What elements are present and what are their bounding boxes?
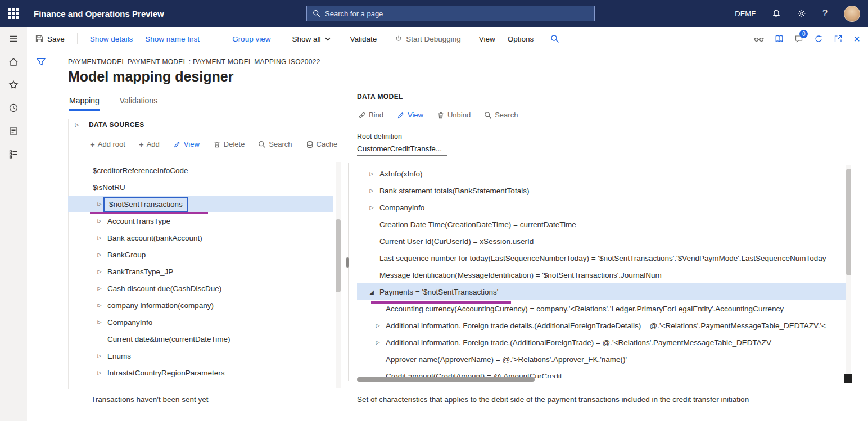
options-menu[interactable]: Options bbox=[508, 35, 534, 43]
company-picker[interactable]: DEMF bbox=[735, 10, 756, 18]
expander-collapsed-icon[interactable]: ▷ bbox=[93, 252, 106, 257]
tree-item[interactable]: Current date&time(currentDateTime) bbox=[68, 331, 333, 347]
expander-collapsed-icon[interactable]: ▷ bbox=[93, 370, 106, 375]
show-all-dropdown[interactable]: Show all bbox=[292, 35, 332, 43]
expander-collapsed-icon[interactable]: ▷ bbox=[93, 286, 106, 291]
action-bar: Save Show details Show name first Group … bbox=[27, 27, 868, 51]
expander-collapsed-icon[interactable]: ▷ bbox=[365, 171, 378, 176]
cache-button[interactable]: Cache bbox=[306, 140, 338, 148]
gear-icon[interactable] bbox=[797, 9, 806, 18]
worklist-icon[interactable] bbox=[0, 142, 27, 165]
expander-collapsed-icon[interactable]: ▷ bbox=[372, 339, 384, 345]
tree-item-selected[interactable]: ▷ $notSentTransactions bbox=[68, 196, 333, 212]
help-icon[interactable]: ? bbox=[822, 8, 828, 19]
scrollbar-thumb[interactable] bbox=[336, 219, 341, 292]
search-button[interactable]: Search bbox=[484, 111, 518, 119]
tree-item[interactable]: ▷ CompanyInfo bbox=[68, 314, 333, 331]
app-title[interactable]: Finance and Operations Preview bbox=[34, 9, 164, 19]
save-button[interactable]: Save bbox=[35, 34, 65, 43]
search-input[interactable] bbox=[325, 10, 589, 18]
tree-item-selected[interactable]: ◢ Payments = '$notSentTransactions' bbox=[357, 283, 849, 300]
recent-clock-icon[interactable] bbox=[0, 96, 27, 119]
tree-item[interactable]: Approver name(ApproverName) = @.'>Relati… bbox=[357, 351, 849, 368]
tab-mapping[interactable]: Mapping bbox=[69, 96, 100, 111]
link-icon bbox=[358, 111, 366, 119]
data-sources-title: DATA SOURCES bbox=[89, 121, 144, 129]
tree-item[interactable]: ▷ Bank statement totals(BankStatementTot… bbox=[357, 182, 849, 199]
tree-item[interactable]: Current User Id(CurUserId) = xSession.us… bbox=[357, 233, 849, 250]
messages-button[interactable]: 0 bbox=[794, 34, 803, 43]
tree-item[interactable]: ▷ AxInfo(xInfo) bbox=[357, 165, 849, 182]
show-details-button[interactable]: Show details bbox=[90, 35, 133, 43]
expander-collapsed-icon[interactable]: ▷ bbox=[93, 302, 106, 308]
expander-collapsed-icon[interactable]: ▷ bbox=[372, 323, 384, 328]
expander-collapsed-icon[interactable]: ▷ bbox=[93, 269, 106, 274]
tree-item[interactable]: ▷ BankGroup bbox=[68, 246, 333, 263]
tree-item[interactable]: ▷ company information(company) bbox=[68, 297, 333, 314]
action-bar-right-icons: 0 × bbox=[754, 33, 860, 44]
avatar[interactable] bbox=[844, 6, 860, 22]
tree-item[interactable]: $isNotRU bbox=[68, 179, 333, 196]
tree-item[interactable]: ▷ CompanyInfo bbox=[357, 199, 849, 216]
debug-icon bbox=[395, 35, 403, 43]
filter-icon[interactable] bbox=[36, 57, 46, 67]
glasses-icon[interactable] bbox=[754, 34, 764, 44]
start-debugging-button[interactable]: Start Debugging bbox=[395, 35, 461, 43]
expander-collapsed-icon[interactable]: ▷ bbox=[93, 235, 106, 241]
tree-item[interactable]: ▷ Bank account(bankAccount) bbox=[68, 229, 333, 246]
tree-item[interactable]: ▷ Additional information. Foreign trade.… bbox=[357, 334, 849, 351]
tree-item[interactable]: Credit amount(CreditAmount) = @.AmountCu… bbox=[357, 368, 849, 378]
top-navigation-bar: Finance and Operations Preview DEMF ? bbox=[0, 0, 868, 27]
tree-item[interactable]: ▷ Enums bbox=[68, 347, 333, 364]
tree-item[interactable]: Creation Date Time(CreationDateTime) = c… bbox=[357, 216, 849, 233]
expander-collapsed-icon[interactable]: ▷ bbox=[93, 319, 106, 325]
news-icon[interactable] bbox=[0, 119, 27, 142]
horizontal-scrollbar-thumb[interactable] bbox=[357, 377, 535, 382]
bind-button[interactable]: Bind bbox=[358, 111, 383, 119]
view-menu[interactable]: View bbox=[479, 35, 495, 43]
add-root-button[interactable]: + Add root bbox=[90, 140, 125, 148]
expander-expanded-icon[interactable]: ◢ bbox=[365, 289, 378, 295]
book-icon[interactable] bbox=[775, 34, 784, 43]
show-name-first-button[interactable]: Show name first bbox=[145, 35, 200, 43]
hamburger-menu-icon[interactable] bbox=[0, 27, 27, 50]
bell-icon[interactable] bbox=[772, 9, 781, 18]
view-button[interactable]: View bbox=[397, 111, 423, 119]
splitter-grip[interactable] bbox=[346, 257, 349, 268]
tree-item[interactable]: ▷ BankTransType_JP bbox=[68, 263, 333, 280]
tree-item[interactable]: Last sequence number for today(LastSeque… bbox=[357, 250, 849, 266]
save-icon bbox=[35, 34, 44, 43]
tree-item[interactable]: ▷ Additional information. Foreign trade … bbox=[357, 317, 849, 334]
view-button[interactable]: View bbox=[173, 140, 200, 148]
tree-item[interactable]: ▷ AccountTransType bbox=[68, 212, 333, 229]
plus-icon: + bbox=[90, 140, 95, 148]
add-button[interactable]: + Add bbox=[139, 140, 160, 148]
delete-button[interactable]: Delete bbox=[213, 140, 245, 148]
refresh-icon[interactable] bbox=[814, 34, 823, 43]
group-view-button[interactable]: Group view bbox=[232, 35, 270, 43]
tab-strip: Mapping Validations bbox=[69, 96, 157, 111]
home-icon[interactable] bbox=[0, 50, 27, 73]
close-icon[interactable]: × bbox=[853, 33, 860, 44]
app-launcher-icon[interactable] bbox=[0, 0, 27, 27]
validate-button[interactable]: Validate bbox=[350, 35, 377, 43]
scrollbar-thumb[interactable] bbox=[846, 169, 851, 275]
tree-item[interactable]: $creditorReferenceInfoCode bbox=[68, 162, 333, 179]
expander-collapsed-icon[interactable]: ▷ bbox=[71, 122, 83, 128]
tree-item[interactable]: ▷ IntrastatCountryRegionParameters bbox=[68, 364, 333, 381]
action-search-icon[interactable] bbox=[550, 34, 559, 43]
page-search-box[interactable] bbox=[306, 6, 595, 21]
expander-collapsed-icon[interactable]: ▷ bbox=[365, 188, 378, 193]
favorites-star-icon[interactable] bbox=[0, 73, 27, 96]
tab-validations[interactable]: Validations bbox=[120, 96, 157, 111]
root-definition-field[interactable]: CustomerCreditTransfe... bbox=[357, 144, 447, 156]
tree-item[interactable]: Message Identification(MessageIdentifica… bbox=[357, 266, 849, 283]
unbind-button[interactable]: Unbind bbox=[437, 111, 471, 119]
expander-collapsed-icon[interactable]: ▷ bbox=[365, 205, 378, 210]
search-button[interactable]: Search bbox=[258, 140, 292, 148]
expander-collapsed-icon[interactable]: ▷ bbox=[93, 218, 106, 224]
open-in-new-window-icon[interactable] bbox=[834, 34, 843, 43]
expander-collapsed-icon[interactable]: ▷ bbox=[93, 353, 106, 359]
search-icon bbox=[484, 111, 492, 119]
tree-item[interactable]: ▷ Cash discount due(CashDiscDue) bbox=[68, 280, 333, 297]
